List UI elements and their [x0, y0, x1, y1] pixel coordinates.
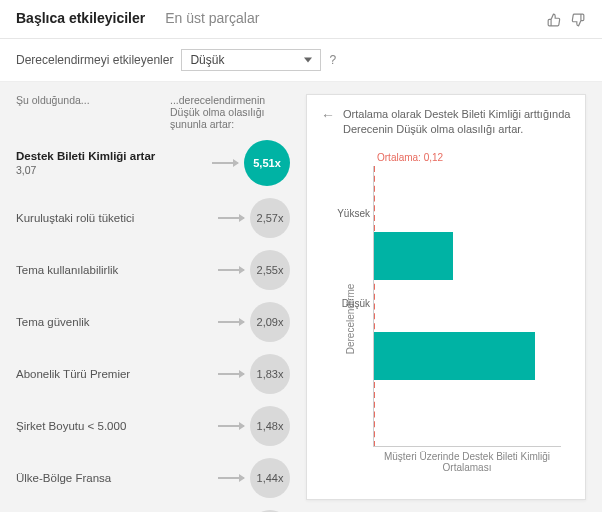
y-axis-label: Derecelendirme: [345, 284, 356, 355]
arrow-icon: [218, 321, 244, 323]
influencer-row[interactable]: Tema güvenlik 2,09x: [16, 302, 290, 342]
arrow-icon: [212, 162, 238, 164]
tab-top-segments[interactable]: En üst parçalar: [165, 10, 259, 30]
bar[interactable]: [374, 232, 453, 280]
body: Şu olduğunda... ...derecelendirmenin Düş…: [0, 82, 602, 512]
filter-label: Derecelendirmeyi etkileyenler: [16, 53, 173, 67]
col-when: Şu olduğunda...: [16, 94, 170, 130]
influencer-row[interactable]: Şirket Boyutu < 5.000 1,48x: [16, 406, 290, 446]
feedback-controls: [546, 12, 586, 28]
influencer-value: 2,55x: [250, 250, 290, 290]
influencer-value: 5,51x: [244, 140, 290, 186]
influencer-label: Abonelik Türü Premier: [16, 367, 212, 382]
arrow-icon: [218, 217, 244, 219]
avg-line-label: Ortalama: 0,12: [377, 152, 443, 163]
influencer-label: Ülke-Bölge Fransa: [16, 471, 212, 486]
influencer-label: Şirket Boyutu < 5.000: [16, 419, 212, 434]
bar-category: Yüksek: [326, 208, 370, 219]
influencer-value: 2,57x: [250, 198, 290, 238]
chart: Ortalama: 0,12 Derecelendirme Yüksek Düş…: [321, 152, 571, 487]
target-value-dropdown[interactable]: Düşük: [181, 49, 321, 71]
column-headers: Şu olduğunda... ...derecelendirmenin Düş…: [16, 94, 290, 130]
thumbs-down-icon[interactable]: [570, 12, 586, 28]
bar-row: Düşük: [374, 326, 561, 386]
tab-key-influencers[interactable]: Başlıca etkileyiciler: [16, 10, 145, 30]
influencer-row[interactable]: Abonelik Türü Premier 1,83x: [16, 354, 290, 394]
detail-header: ← Ortalama olarak Destek Bileti Kimliği …: [321, 107, 571, 138]
influencer-label: Tema kullanılabilirlik: [16, 263, 212, 278]
influencer-label: Destek Bileti Kimliği artar 3,07: [16, 149, 206, 178]
influencer-label: Kuruluştaki rolü tüketici: [16, 211, 212, 226]
bar-row: Yüksek: [374, 226, 561, 286]
chart-bars: Yüksek Düşük: [373, 166, 561, 447]
influencer-value: 1,48x: [250, 406, 290, 446]
influencers-pane: Şu olduğunda... ...derecelendirmenin Düş…: [0, 82, 300, 512]
influencer-row[interactable]: Tema kullanılabilirlik 2,55x: [16, 250, 290, 290]
bar[interactable]: [374, 332, 535, 380]
arrow-icon: [218, 373, 244, 375]
influencer-value: 1,83x: [250, 354, 290, 394]
arrow-icon: [218, 425, 244, 427]
header: Başlıca etkileyiciler En üst parçalar: [0, 0, 602, 39]
detail-title: Ortalama olarak Destek Bileti Kimliği ar…: [343, 107, 571, 138]
col-likelihood: ...derecelendirmenin Düşük olma olasılığ…: [170, 94, 290, 130]
arrow-icon: [218, 477, 244, 479]
tabs: Başlıca etkileyiciler En üst parçalar: [16, 10, 546, 30]
influencer-label: Tema güvenlik: [16, 315, 212, 330]
x-axis-label: Müşteri Üzerinde Destek Bileti Kimliği O…: [373, 451, 561, 473]
detail-pane: ← Ortalama olarak Destek Bileti Kimliği …: [306, 94, 586, 500]
influencer-row[interactable]: Destek Bileti Kimliği artar 3,07 5,51x: [16, 140, 290, 186]
arrow-icon: [218, 269, 244, 271]
influencer-value: 1,44x: [250, 458, 290, 498]
influencer-list: Destek Bileti Kimliği artar 3,07 5,51x K…: [16, 140, 290, 512]
influencer-value: 2,09x: [250, 302, 290, 342]
help-icon[interactable]: ?: [329, 53, 336, 67]
thumbs-up-icon[interactable]: [546, 12, 562, 28]
back-arrow-icon[interactable]: ←: [321, 107, 335, 124]
filter-row: Derecelendirmeyi etkileyenler Düşük ?: [0, 39, 602, 82]
influencer-row[interactable]: Ülke-Bölge Fransa 1,44x: [16, 458, 290, 498]
bar-category: Düşük: [326, 298, 370, 309]
key-influencers-visual: Başlıca etkileyiciler En üst parçalar De…: [0, 0, 602, 512]
influencer-row[interactable]: Kuruluştaki rolü tüketici 2,57x: [16, 198, 290, 238]
